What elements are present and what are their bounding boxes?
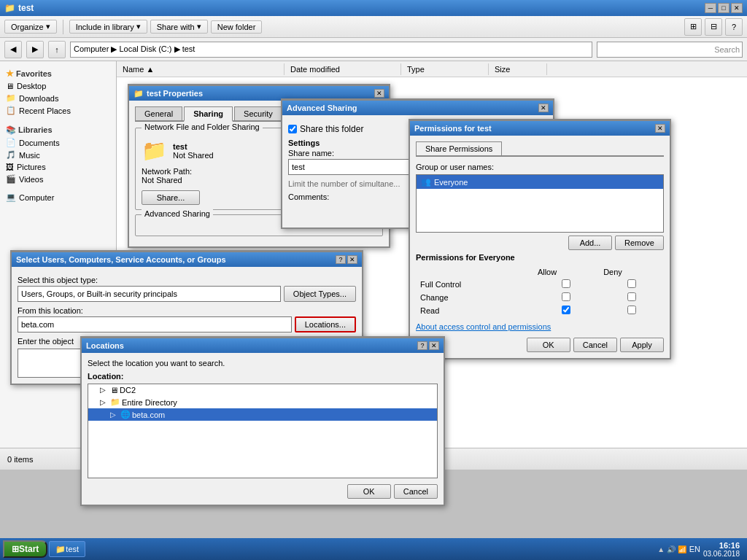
language-indicator: EN xyxy=(689,545,700,553)
perms-add-button[interactable]: Add... xyxy=(568,236,612,250)
date: 03.06.2018 xyxy=(703,550,740,558)
advanced-sharing-title: Advanced Sharing xyxy=(142,209,213,218)
perms-titlebar[interactable]: Permissions for test ✕ xyxy=(410,121,670,136)
access-control-link[interactable]: About access control and permissions xyxy=(416,322,551,331)
tree-expand-dc2[interactable]: ▷ xyxy=(100,386,109,394)
adv-sharing-close-button[interactable]: ✕ xyxy=(538,104,549,112)
perms-close-button[interactable]: ✕ xyxy=(655,124,665,133)
dialogs-backdrop: 📁 test Properties ✕ General Sharing Secu… xyxy=(0,0,747,560)
tree-expand-beta[interactable]: ▷ xyxy=(110,411,119,419)
adv-sharing-title: Advanced Sharing xyxy=(287,104,357,112)
permissions-dialog: Permissions for test ✕ Share Permissions… xyxy=(409,119,671,359)
locations-close-button[interactable]: ✕ xyxy=(429,341,439,350)
tree-expand-entire-dir[interactable]: ▷ xyxy=(100,398,109,407)
windows-logo: ⊞ xyxy=(12,544,19,554)
table-row: Read xyxy=(416,304,664,317)
locations-label: Location: xyxy=(88,372,438,381)
folder-big-icon: 📁 xyxy=(142,139,167,163)
perms-title: Permissions for test xyxy=(414,124,492,133)
object-type-field[interactable] xyxy=(18,286,281,302)
tab-sharing[interactable]: Sharing xyxy=(184,106,233,122)
perm-change-label: Change xyxy=(416,291,533,304)
everyone-icon: 👥 xyxy=(421,177,431,187)
taskbar: ⊞ Start 📁 test ▲ 🔊 📶 EN 16:16 03.06.2018 xyxy=(0,538,747,560)
object-types-button[interactable]: Object Types... xyxy=(284,286,356,302)
tab-security[interactable]: Security xyxy=(234,106,282,120)
share-folder-checkbox[interactable] xyxy=(288,125,297,133)
read-deny-checkbox[interactable] xyxy=(627,306,636,314)
taskbar-icon: 📁 xyxy=(55,545,66,554)
select-users-close-button[interactable]: ✕ xyxy=(347,255,357,264)
location-label: From this location: xyxy=(18,306,356,315)
location-field[interactable] xyxy=(18,316,292,332)
object-type-label: Select this object type: xyxy=(18,276,356,284)
test-props-icon: 📁 xyxy=(133,89,144,98)
tab-general[interactable]: General xyxy=(135,106,182,120)
clock: 16:16 03.06.2018 xyxy=(703,541,740,558)
locations-ok-button[interactable]: OK xyxy=(347,484,391,499)
perms-tab-share[interactable]: Share Permissions xyxy=(416,141,502,155)
perms-ok-button[interactable]: OK xyxy=(527,338,570,352)
share-button[interactable]: Share... xyxy=(142,190,200,205)
network-path-label: Network Path: xyxy=(142,167,192,176)
start-button[interactable]: ⊞ Start xyxy=(3,540,47,558)
locations-button[interactable]: Locations... xyxy=(295,316,356,332)
taskbar-tray: ▲ 🔊 📶 EN 16:16 03.06.2018 xyxy=(653,538,744,560)
perm-full-control-label: Full Control xyxy=(416,278,533,291)
table-row: Full Control xyxy=(416,278,664,291)
user-everyone[interactable]: 👥 Everyone xyxy=(417,175,663,189)
perms-cancel-button[interactable]: Cancel xyxy=(573,338,617,352)
locations-dialog: Locations ? ✕ Select the location you wa… xyxy=(80,336,445,506)
table-row: Change xyxy=(416,291,664,304)
select-users-titlebar[interactable]: Select Users, Computers, Service Account… xyxy=(12,252,362,267)
perm-read-label: Read xyxy=(416,304,533,317)
group-user-label: Group or user names: xyxy=(416,163,664,171)
locations-title: Locations xyxy=(86,341,124,350)
network-sharing-title: Network File and Folder Sharing xyxy=(142,122,263,131)
tray-icons: ▲ 🔊 📶 xyxy=(657,545,686,553)
test-props-title: test Properties xyxy=(147,89,203,98)
perms-tab-bar: Share Permissions xyxy=(416,141,664,157)
server-icon: 🖥 xyxy=(110,386,118,394)
locations-cancel-button[interactable]: Cancel xyxy=(394,484,438,499)
change-allow-checkbox[interactable] xyxy=(562,292,570,301)
locations-description: Select the location you want to search. xyxy=(88,359,438,368)
folder-name: test xyxy=(173,142,214,151)
tree-view: ▷ 🖥 DC2 ▷ 📁 Entire Directory ▷ 🌐 beta.co… xyxy=(88,384,438,478)
perms-remove-button[interactable]: Remove xyxy=(615,236,664,250)
tree-item-beta[interactable]: ▷ 🌐 beta.com xyxy=(88,408,437,421)
domain-icon: 🌐 xyxy=(120,410,131,419)
locations-help-button[interactable]: ? xyxy=(417,341,427,350)
perm-col-deny: Deny xyxy=(599,266,664,278)
full-control-allow-checkbox[interactable] xyxy=(562,279,570,288)
folder-icon-dir: 📁 xyxy=(110,397,120,407)
perm-col-name xyxy=(416,266,533,278)
select-users-title: Select Users, Computers, Service Account… xyxy=(16,255,226,264)
perm-col-allow: Allow xyxy=(533,266,599,278)
taskbar-window-item[interactable]: 📁 test xyxy=(49,541,85,557)
tree-item-dc2[interactable]: ▷ 🖥 DC2 xyxy=(88,384,437,396)
user-list-box: 👥 Everyone xyxy=(416,174,664,233)
permissions-for-label: Permissions for Everyone xyxy=(416,253,664,262)
full-control-deny-checkbox[interactable] xyxy=(627,279,636,288)
adv-sharing-titlebar[interactable]: Advanced Sharing ✕ xyxy=(282,101,553,115)
share-folder-label: Share this folder xyxy=(300,124,363,134)
time: 16:16 xyxy=(719,541,740,550)
tree-item-entire-dir[interactable]: ▷ 📁 Entire Directory xyxy=(88,396,437,408)
test-props-close-button[interactable]: ✕ xyxy=(374,89,384,98)
read-allow-checkbox[interactable] xyxy=(562,306,570,314)
perms-apply-button[interactable]: Apply xyxy=(620,338,664,352)
permissions-table: Allow Deny Full Control Change xyxy=(416,266,664,317)
select-users-help-button[interactable]: ? xyxy=(336,255,346,264)
change-deny-checkbox[interactable] xyxy=(627,292,636,301)
folder-status: Not Shared xyxy=(173,151,214,160)
locations-titlebar[interactable]: Locations ? ✕ xyxy=(82,338,444,353)
